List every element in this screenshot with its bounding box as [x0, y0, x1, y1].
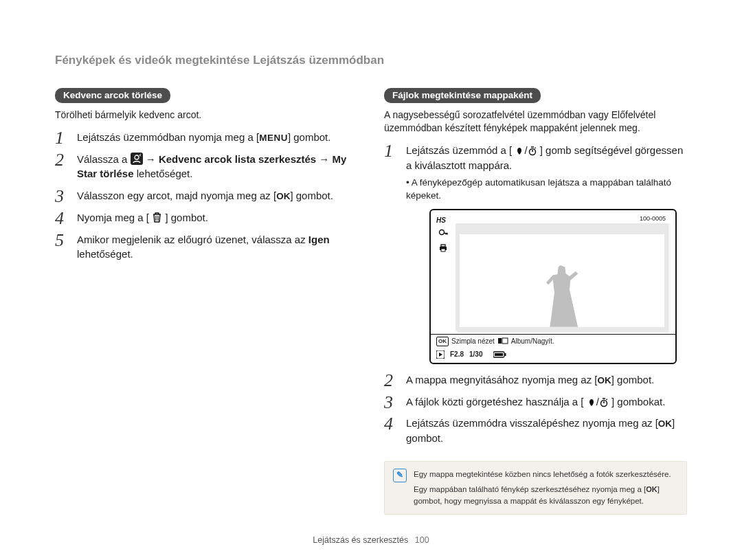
face-menu-icon — [131, 153, 143, 166]
ok-chip-icon: OK — [436, 337, 449, 346]
macro-icon — [515, 146, 524, 157]
svg-rect-7 — [441, 249, 445, 251]
text: A mappa megnyitásához nyomja meg az [ — [406, 374, 597, 385]
right-intro: A nagysebességű sorozatfelvétel üzemmódb… — [384, 109, 687, 135]
footer-page-number: 100 — [415, 535, 429, 545]
text: ] gombot. — [288, 131, 331, 143]
text: Lejátszás üzemmódra visszalépéshez nyomj… — [406, 417, 658, 429]
play-icon — [436, 350, 445, 360]
text-bold: Kedvenc arcok lista szerkesztés — [159, 153, 316, 165]
text: ] gombot. — [290, 190, 333, 201]
pill-delete-favorite-faces: Kedvenc arcok törlése — [55, 88, 170, 103]
right-step-1: Lejátszás üzemmód a [ / ] gomb segítségé… — [384, 143, 687, 364]
photo-frame — [456, 223, 668, 331]
trash-icon — [152, 212, 162, 225]
battery-icon — [493, 351, 507, 359]
svg-rect-8 — [498, 338, 502, 344]
text: → — [316, 153, 332, 165]
macro-icon — [587, 398, 596, 409]
text: lehetőséget. — [134, 168, 193, 179]
right-step-4: Lejátszás üzemmódra visszalépéshez nyomj… — [384, 416, 687, 446]
page-title: Fényképek és videók megtekintése Lejátsz… — [55, 54, 687, 67]
text: ] gombokat. — [611, 396, 665, 407]
lock-icon — [438, 229, 448, 240]
ok-icon: OK — [276, 191, 290, 201]
left-step-5: Amikor megjelenik az előugró üzenet, vál… — [55, 232, 358, 262]
left-step-3: Válasszon egy arcot, majd nyomja meg az … — [55, 188, 358, 203]
ok-icon: OK — [597, 375, 611, 385]
note-icon: ✎ — [393, 469, 407, 482]
left-column: Kedvenc arcok törlése Törölheti bármelyi… — [55, 88, 358, 515]
svg-point-4 — [440, 229, 445, 234]
silhouette — [543, 265, 581, 327]
label-simple-view: Szimpla nézet — [451, 337, 495, 347]
right-step-1-sub: A fényképezőgép automatikusan lejátsza a… — [406, 177, 687, 201]
preview-bar-2: F2.8 1/30 — [431, 348, 675, 363]
left-step-2: Válassza a → Kedvenc arcok lista szerkes… — [55, 152, 358, 182]
pill-view-as-folder: Fájlok megtekintése mappaként — [384, 88, 541, 103]
text: Válasszon egy arcot, majd nyomja meg az … — [77, 190, 276, 201]
zoom-bracket-icon — [497, 337, 508, 346]
page-footer: Lejátszás és szerkesztés 100 — [0, 535, 742, 545]
text: → — [146, 153, 159, 165]
shutter-value: 1/30 — [469, 350, 482, 360]
label-album-zoom: Album/Nagyít. — [511, 337, 554, 347]
right-steps: Lejátszás üzemmód a [ / ] gomb segítségé… — [384, 143, 687, 446]
menu-icon: MENU — [259, 133, 288, 143]
right-column: Fájlok megtekintése mappaként A nagysebe… — [384, 88, 687, 515]
text-bold: Igen — [308, 234, 330, 245]
text: ] gombot. — [165, 212, 208, 223]
left-steps: Lejátszás üzemmódban nyomja meg a [MENU]… — [55, 130, 358, 262]
text: Válassza a — [77, 153, 131, 165]
svg-rect-6 — [441, 245, 445, 247]
file-counter: 100-0005 — [456, 214, 668, 223]
text: Nyomja meg a [ — [77, 212, 149, 223]
footer-section: Lejátszás és szerkesztés — [313, 535, 408, 545]
device-preview: HS 100-0005 — [429, 209, 677, 364]
svg-text:HS: HS — [436, 216, 446, 224]
left-step-1: Lejátszás üzemmódban nyomja meg a [MENU]… — [55, 130, 358, 145]
svg-rect-0 — [131, 153, 143, 165]
text: Amikor megjelenik az előugró üzenet, vál… — [77, 234, 308, 245]
preview-bar-1: OK Szimpla nézet Album/Nagyít. — [431, 334, 675, 349]
text: Lejátszás üzemmódban nyomja meg a [ — [77, 131, 259, 143]
timer-icon — [528, 146, 537, 157]
print-icon — [438, 243, 448, 254]
text: Lejátszás üzemmód a [ — [406, 144, 512, 156]
note-line-2a: Egy mappában található fénykép szerkeszt… — [414, 485, 646, 493]
svg-rect-13 — [495, 353, 503, 356]
text: ] gombot. — [611, 374, 655, 385]
hs-mode-icon: HS — [436, 216, 450, 225]
svg-rect-12 — [505, 353, 506, 356]
left-intro: Törölheti bármelyik kedvenc arcot. — [55, 109, 358, 122]
text: A fájlok közti görgetéshez használja a [ — [406, 396, 584, 407]
timer-icon — [599, 398, 609, 409]
left-step-4: Nyomja meg a [ ] gombot. — [55, 210, 358, 225]
svg-rect-9 — [502, 338, 508, 344]
aperture-value: F2.8 — [450, 350, 464, 360]
ok-icon: OK — [658, 418, 672, 429]
note-line-1: Egy mappa megtekintése közben nincs lehe… — [414, 469, 678, 480]
right-step-2: A mappa megnyitásához nyomja meg az [OK]… — [384, 372, 687, 388]
note-box: ✎ Egy mappa megtekintése közben nincs le… — [384, 461, 687, 515]
ok-icon: OK — [646, 485, 657, 493]
right-step-3: A fájlok közti görgetéshez használja a [… — [384, 394, 687, 410]
text: lehetőséget. — [77, 248, 133, 260]
